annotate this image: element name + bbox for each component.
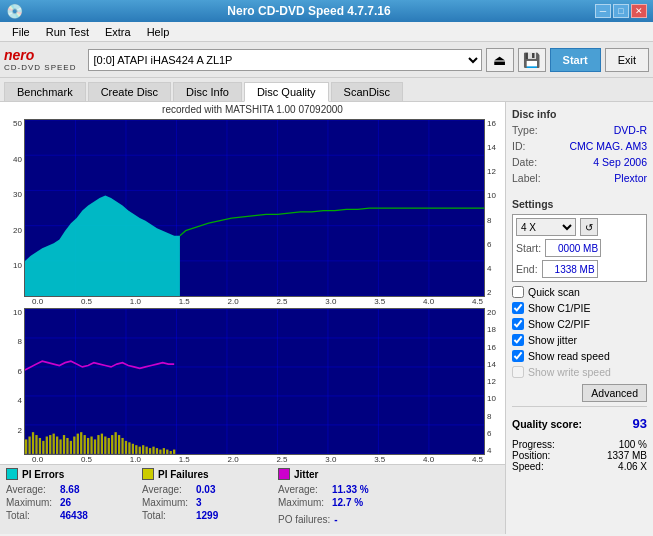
speed-selector[interactable]: 4 X	[516, 218, 576, 236]
svg-rect-50	[84, 435, 86, 454]
svg-rect-44	[63, 435, 65, 454]
disc-date-value: 4 Sep 2006	[593, 156, 647, 168]
tab-scandisc[interactable]: ScanDisc	[331, 82, 403, 101]
eject-button[interactable]: ⏏	[486, 48, 514, 72]
show-c2pif-checkbox[interactable]	[512, 318, 524, 330]
show-write-speed-checkbox[interactable]	[512, 366, 524, 378]
pie-stats: PI Errors Average: 8.68 Maximum: 26 Tota…	[6, 468, 126, 521]
svg-rect-48	[77, 434, 79, 454]
svg-rect-37	[39, 438, 41, 454]
quality-score-value: 93	[633, 416, 647, 431]
pif-stats: PI Failures Average: 0.03 Maximum: 3 Tot…	[142, 468, 262, 521]
svg-rect-73	[163, 448, 165, 454]
minimize-button[interactable]: ─	[595, 4, 611, 18]
po-failures-label: PO failures:	[278, 514, 330, 525]
show-read-speed-row: Show read speed	[512, 350, 647, 362]
svg-rect-41	[53, 434, 55, 454]
speed-row: Speed: 4.06 X	[512, 461, 647, 472]
menu-help[interactable]: Help	[139, 24, 178, 40]
show-c2pif-label: Show C2/PIF	[528, 318, 590, 330]
chart-title: recorded with MATSHITA 1.00 07092000	[0, 102, 505, 117]
show-c1pie-row: Show C1/PIE	[512, 302, 647, 314]
title-icon: 💿	[6, 3, 23, 19]
menu-extra[interactable]: Extra	[97, 24, 139, 40]
show-write-speed-label: Show write speed	[528, 366, 611, 378]
progress-row: Progress: 100 %	[512, 439, 647, 450]
top-chart-svg	[24, 119, 485, 297]
svg-rect-69	[149, 448, 151, 454]
svg-rect-67	[142, 445, 144, 454]
pie-total-value: 46438	[60, 510, 88, 521]
save-button[interactable]: 💾	[518, 48, 546, 72]
svg-rect-68	[145, 447, 147, 454]
disc-info-title: Disc info	[512, 108, 647, 120]
pie-max-label: Maximum:	[6, 497, 56, 508]
refresh-button[interactable]: ↺	[580, 218, 598, 236]
show-jitter-label: Show jitter	[528, 334, 577, 346]
exit-button[interactable]: Exit	[605, 48, 649, 72]
svg-rect-36	[35, 435, 37, 454]
show-c2pif-row: Show C2/PIF	[512, 318, 647, 330]
drive-selector[interactable]: [0:0] ATAPI iHAS424 A ZL1P	[88, 49, 481, 71]
tab-benchmark[interactable]: Benchmark	[4, 82, 86, 101]
progress-label: Progress:	[512, 439, 555, 450]
window-title: Nero CD-DVD Speed 4.7.7.16	[23, 4, 595, 18]
close-button[interactable]: ✕	[631, 4, 647, 18]
position-row: Position: 1337 MB	[512, 450, 647, 461]
show-read-speed-checkbox[interactable]	[512, 350, 524, 362]
bottom-chart-container: 108642	[2, 308, 503, 464]
pif-color	[142, 468, 154, 480]
speed-value: 4.06 X	[618, 461, 647, 472]
progress-section: Progress: 100 % Position: 1337 MB Speed:…	[512, 439, 647, 472]
show-c1pie-checkbox[interactable]	[512, 302, 524, 314]
start-input[interactable]	[545, 239, 601, 257]
menu-file[interactable]: File	[4, 24, 38, 40]
show-read-speed-label: Show read speed	[528, 350, 610, 362]
tab-disc-info[interactable]: Disc Info	[173, 82, 242, 101]
svg-rect-58	[111, 435, 113, 454]
tab-create-disc[interactable]: Create Disc	[88, 82, 171, 101]
start-label: Start:	[516, 242, 541, 254]
pif-max-label: Maximum:	[142, 497, 192, 508]
svg-rect-35	[32, 432, 34, 454]
svg-rect-70	[152, 447, 154, 454]
jitter-avg-value: 11.33 %	[332, 484, 369, 495]
end-input[interactable]	[542, 260, 598, 278]
pif-label: PI Failures	[158, 469, 209, 480]
toolbar: nero CD-DVD SPEED [0:0] ATAPI iHAS424 A …	[0, 42, 653, 78]
quick-scan-row: Quick scan	[512, 286, 647, 298]
menu-runtest[interactable]: Run Test	[38, 24, 97, 40]
right-panel: Disc info Type: DVD-R ID: CMC MAG. AM3 D…	[505, 102, 653, 534]
svg-rect-55	[101, 434, 103, 454]
pif-avg-label: Average:	[142, 484, 192, 495]
maximize-button[interactable]: □	[613, 4, 629, 18]
tab-disc-quality[interactable]: Disc Quality	[244, 82, 329, 102]
settings-title: Settings	[512, 198, 647, 210]
svg-rect-75	[170, 451, 172, 454]
pif-total-value: 1299	[196, 510, 218, 521]
disc-id-value: CMC MAG. AM3	[569, 140, 647, 152]
pif-avg-value: 0.03	[196, 484, 215, 495]
disc-type-label: Type:	[512, 124, 538, 136]
start-button[interactable]: Start	[550, 48, 601, 72]
position-label: Position:	[512, 450, 550, 461]
pie-avg-value: 8.68	[60, 484, 79, 495]
top-y-left: 5040302010	[2, 119, 24, 297]
svg-rect-66	[139, 447, 141, 454]
position-value: 1337 MB	[607, 450, 647, 461]
svg-rect-53	[94, 440, 96, 454]
advanced-button[interactable]: Advanced	[582, 384, 647, 402]
svg-rect-62	[125, 441, 127, 454]
end-label: End:	[516, 263, 538, 275]
pie-max-value: 26	[60, 497, 71, 508]
svg-rect-49	[80, 432, 82, 454]
quick-scan-checkbox[interactable]	[512, 286, 524, 298]
svg-rect-38	[42, 441, 44, 454]
cd-brand: CD-DVD SPEED	[4, 63, 76, 72]
jitter-max-label: Maximum:	[278, 497, 328, 508]
svg-rect-46	[70, 441, 72, 454]
titlebar-controls: ─ □ ✕	[595, 4, 647, 18]
nero-brand: nero	[4, 47, 76, 63]
main-content: recorded with MATSHITA 1.00 07092000 504…	[0, 102, 653, 534]
show-jitter-checkbox[interactable]	[512, 334, 524, 346]
